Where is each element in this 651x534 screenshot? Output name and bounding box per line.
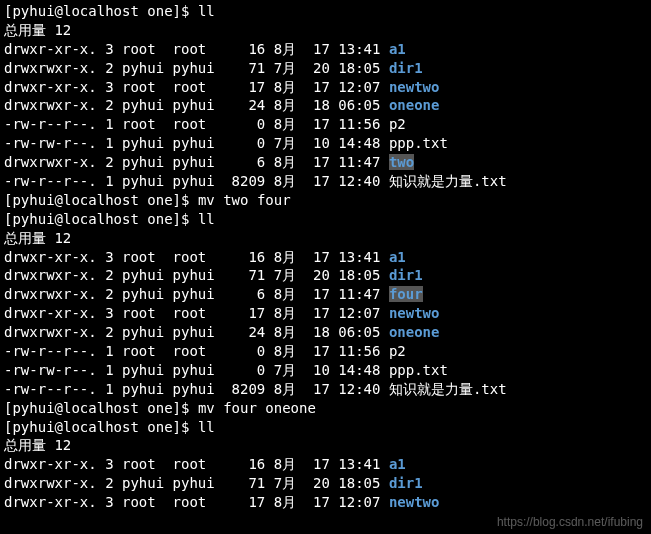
file-name: ppp.txt bbox=[389, 135, 448, 151]
file-meta: -rw-r--r--. 1 pyhui pyhui 8209 8月 17 12:… bbox=[4, 173, 389, 189]
file-name: p2 bbox=[389, 116, 406, 132]
listing-row: -rw-rw-r--. 1 pyhui pyhui 0 7月 10 14:48 … bbox=[4, 361, 647, 380]
command-text: ll bbox=[198, 419, 215, 435]
listing-row: -rw-r--r--. 1 root root 0 8月 17 11:56 p2 bbox=[4, 115, 647, 134]
listing-row: drwxrwxr-x. 2 pyhui pyhui 71 7月 20 18:05… bbox=[4, 59, 647, 78]
listing-row: drwxr-xr-x. 3 root root 17 8月 17 12:07 n… bbox=[4, 493, 647, 512]
file-name: ppp.txt bbox=[389, 362, 448, 378]
user-host: pyhui@localhost bbox=[12, 400, 138, 416]
file-meta: drwxr-xr-x. 3 root root 16 8月 17 13:41 bbox=[4, 41, 389, 57]
listing-row: drwxr-xr-x. 3 root root 16 8月 17 13:41 a… bbox=[4, 40, 647, 59]
total-line: 总用量 12 bbox=[4, 229, 647, 248]
file-name: two bbox=[389, 154, 414, 170]
cwd: one bbox=[147, 3, 172, 19]
file-name: dir1 bbox=[389, 475, 423, 491]
file-name: dir1 bbox=[389, 267, 423, 283]
file-name: oneone bbox=[389, 97, 440, 113]
file-name: newtwo bbox=[389, 79, 440, 95]
watermark-text: https://blog.csdn.net/ifubing bbox=[497, 514, 643, 530]
listing-row: drwxr-xr-x. 3 root root 16 8月 17 13:41 a… bbox=[4, 455, 647, 474]
file-name: a1 bbox=[389, 41, 406, 57]
listing-row: drwxr-xr-x. 3 root root 16 8月 17 13:41 a… bbox=[4, 248, 647, 267]
prompt-line[interactable]: [pyhui@localhost one]$ mv four oneone bbox=[4, 399, 647, 418]
prompt-line[interactable]: [pyhui@localhost one]$ ll bbox=[4, 210, 647, 229]
terminal-output: [pyhui@localhost one]$ ll总用量 12drwxr-xr-… bbox=[4, 2, 647, 512]
listing-row: drwxrwxr-x. 2 pyhui pyhui 71 7月 20 18:05… bbox=[4, 474, 647, 493]
prompt-line[interactable]: [pyhui@localhost one]$ ll bbox=[4, 418, 647, 437]
listing-row: drwxr-xr-x. 3 root root 17 8月 17 12:07 n… bbox=[4, 304, 647, 323]
file-name: dir1 bbox=[389, 60, 423, 76]
file-meta: drwxrwxr-x. 2 pyhui pyhui 6 8月 17 11:47 bbox=[4, 154, 389, 170]
listing-row: drwxrwxr-x. 2 pyhui pyhui 71 7月 20 18:05… bbox=[4, 266, 647, 285]
file-name: four bbox=[389, 286, 423, 302]
total-line: 总用量 12 bbox=[4, 21, 647, 40]
file-meta: drwxr-xr-x. 3 root root 17 8月 17 12:07 bbox=[4, 494, 389, 510]
prompt-line[interactable]: [pyhui@localhost one]$ mv two four bbox=[4, 191, 647, 210]
cwd: one bbox=[147, 192, 172, 208]
file-meta: -rw-r--r--. 1 pyhui pyhui 8209 8月 17 12:… bbox=[4, 381, 389, 397]
total-line: 总用量 12 bbox=[4, 436, 647, 455]
file-meta: drwxrwxr-x. 2 pyhui pyhui 24 8月 18 06:05 bbox=[4, 97, 389, 113]
file-meta: -rw-r--r--. 1 root root 0 8月 17 11:56 bbox=[4, 343, 389, 359]
file-meta: drwxr-xr-x. 3 root root 17 8月 17 12:07 bbox=[4, 79, 389, 95]
listing-row: drwxrwxr-x. 2 pyhui pyhui 6 8月 17 11:47 … bbox=[4, 285, 647, 304]
listing-row: -rw-r--r--. 1 root root 0 8月 17 11:56 p2 bbox=[4, 342, 647, 361]
user-host: pyhui@localhost bbox=[12, 192, 138, 208]
command-text: ll bbox=[198, 3, 215, 19]
listing-row: -rw-rw-r--. 1 pyhui pyhui 0 7月 10 14:48 … bbox=[4, 134, 647, 153]
file-name: oneone bbox=[389, 324, 440, 340]
file-meta: drwxrwxr-x. 2 pyhui pyhui 71 7月 20 18:05 bbox=[4, 60, 389, 76]
file-meta: -rw-rw-r--. 1 pyhui pyhui 0 7月 10 14:48 bbox=[4, 135, 389, 151]
file-meta: drwxrwxr-x. 2 pyhui pyhui 6 8月 17 11:47 bbox=[4, 286, 389, 302]
file-meta: drwxr-xr-x. 3 root root 17 8月 17 12:07 bbox=[4, 305, 389, 321]
listing-row: drwxrwxr-x. 2 pyhui pyhui 6 8月 17 11:47 … bbox=[4, 153, 647, 172]
cwd: one bbox=[147, 419, 172, 435]
file-name: a1 bbox=[389, 456, 406, 472]
listing-row: drwxrwxr-x. 2 pyhui pyhui 24 8月 18 06:05… bbox=[4, 96, 647, 115]
command-text: mv four oneone bbox=[198, 400, 316, 416]
file-meta: -rw-r--r--. 1 root root 0 8月 17 11:56 bbox=[4, 116, 389, 132]
file-meta: drwxr-xr-x. 3 root root 16 8月 17 13:41 bbox=[4, 249, 389, 265]
file-name: 知识就是力量.txt bbox=[389, 381, 507, 397]
file-meta: drwxrwxr-x. 2 pyhui pyhui 24 8月 18 06:05 bbox=[4, 324, 389, 340]
cwd: one bbox=[147, 211, 172, 227]
file-name: 知识就是力量.txt bbox=[389, 173, 507, 189]
file-name: p2 bbox=[389, 343, 406, 359]
user-host: pyhui@localhost bbox=[12, 419, 138, 435]
command-text: ll bbox=[198, 211, 215, 227]
file-meta: drwxrwxr-x. 2 pyhui pyhui 71 7月 20 18:05 bbox=[4, 267, 389, 283]
file-name: newtwo bbox=[389, 494, 440, 510]
cwd: one bbox=[147, 400, 172, 416]
command-text: mv two four bbox=[198, 192, 291, 208]
file-meta: -rw-rw-r--. 1 pyhui pyhui 0 7月 10 14:48 bbox=[4, 362, 389, 378]
listing-row: -rw-r--r--. 1 pyhui pyhui 8209 8月 17 12:… bbox=[4, 380, 647, 399]
file-name: a1 bbox=[389, 249, 406, 265]
listing-row: drwxr-xr-x. 3 root root 17 8月 17 12:07 n… bbox=[4, 78, 647, 97]
prompt-line[interactable]: [pyhui@localhost one]$ ll bbox=[4, 2, 647, 21]
file-name: newtwo bbox=[389, 305, 440, 321]
file-meta: drwxrwxr-x. 2 pyhui pyhui 71 7月 20 18:05 bbox=[4, 475, 389, 491]
listing-row: -rw-r--r--. 1 pyhui pyhui 8209 8月 17 12:… bbox=[4, 172, 647, 191]
listing-row: drwxrwxr-x. 2 pyhui pyhui 24 8月 18 06:05… bbox=[4, 323, 647, 342]
user-host: pyhui@localhost bbox=[12, 211, 138, 227]
file-meta: drwxr-xr-x. 3 root root 16 8月 17 13:41 bbox=[4, 456, 389, 472]
user-host: pyhui@localhost bbox=[12, 3, 138, 19]
